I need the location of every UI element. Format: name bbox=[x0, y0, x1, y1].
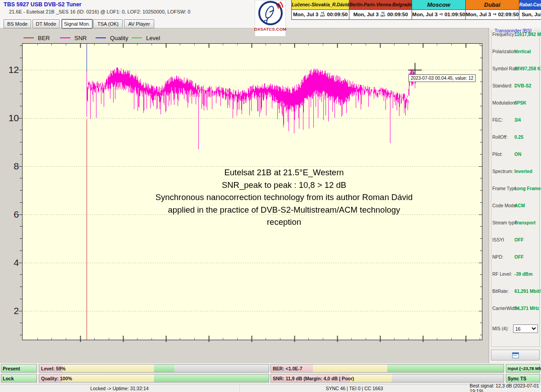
transponder-row-value: Vertical bbox=[514, 49, 540, 54]
legend-item-ber: BER bbox=[23, 35, 50, 41]
snr-gauge: SNR: 11,9 dB (Margin: 4,0 dB | Poor) bbox=[270, 374, 504, 383]
clock-city-header: Moscow bbox=[412, 0, 465, 10]
annotation-line: Eutelsat 21B at 21.5°E_Western bbox=[153, 166, 415, 179]
status-bar: Locked -> Uptime: 31:32:14 SYNC 46 | TEI… bbox=[0, 384, 541, 392]
transponder-row-value: 3/4 bbox=[514, 118, 540, 123]
clock-time: 00:09:50 bbox=[387, 12, 408, 17]
legend-color-line bbox=[23, 37, 34, 38]
transponder-row-label: Standard: bbox=[492, 83, 514, 88]
gauge-zone-green bbox=[154, 374, 269, 382]
annotation-line: SNR_peak to peak : 10,8 > 12 dB bbox=[153, 179, 415, 191]
annotation-line: Synchronous nanocorrection technology fr… bbox=[153, 191, 415, 204]
gauge-zone-green bbox=[387, 365, 504, 372]
clock-utc-offset: +3 bbox=[440, 13, 443, 16]
clock-time-row: Mon, Jul 3+301:09:50 bbox=[412, 10, 465, 19]
clock-utc-offset: +4 bbox=[493, 13, 496, 16]
chart-tooltip: 2023-07-03 00.04.45, value: 12 bbox=[408, 74, 476, 82]
tab-signal-mon[interactable]: Signal Mon. bbox=[62, 19, 92, 28]
world-clocks: Lučenec-Slovakia_R.DávidMon, Jul 3+1DST0… bbox=[291, 0, 541, 20]
transponder-row-label: CarrierWidth: bbox=[492, 306, 514, 311]
sync-ts-indicator: Sync TS bbox=[506, 374, 540, 383]
level-gauge: Level: 59% bbox=[39, 364, 269, 373]
clock-time: 00:09:50 bbox=[327, 12, 348, 17]
transponder-row-label: Symbol Rate: bbox=[492, 66, 514, 71]
offset-value: +4 bbox=[493, 13, 496, 16]
tab-bs-mode[interactable]: BS Mode bbox=[4, 19, 31, 28]
clock-city-header: Lučenec-Slovakia_R.Dávid bbox=[292, 0, 349, 10]
transponder-row-value: OFF bbox=[514, 255, 540, 260]
clock-utc-offset: +1DST bbox=[381, 12, 385, 17]
window-title: TBS 5927 USB DVB-S2 Tuner bbox=[4, 1, 82, 8]
quality-gauge: Quality: 100% bbox=[39, 374, 269, 383]
gauge-text: BER: <1.0E-7 bbox=[273, 366, 303, 371]
clock-time-row: Mon, Jul 3+1DST00:09:50 bbox=[292, 10, 349, 19]
tab-tsa-ok[interactable]: TSA (OK) bbox=[93, 19, 123, 28]
status-best-signal: Best signal: 12,3 dB (2023-07-01 19:19) bbox=[470, 384, 541, 392]
chart-annotation: Eutelsat 21B at 21.5°E_Western SNR_peak … bbox=[153, 166, 415, 228]
clock-time-row: Sun, Jul 2+123:09:50 bbox=[519, 10, 541, 19]
transponder-row-value: -39 dBm bbox=[514, 272, 540, 277]
clock-rabat-casablanca-london: Rabat-Casablanca-LondonSun, Jul 2+123:09… bbox=[519, 0, 541, 20]
clock-lu-enec-slovakia-r-d-vid: Lučenec-Slovakia_R.DávidMon, Jul 3+1DST0… bbox=[292, 0, 349, 20]
gauge-zone-yellow bbox=[62, 365, 154, 372]
clock-date: Mon, Jul 3 bbox=[466, 12, 491, 17]
annotation-line: applied in the practice of DVB-S2-Multis… bbox=[153, 204, 415, 228]
transponder-row-value: Inverted bbox=[514, 169, 540, 174]
clock-time: 02:09:50 bbox=[498, 12, 519, 17]
transponder-row-label: BitRate: bbox=[492, 289, 514, 294]
transponder-row-value: 11617,842 MHz bbox=[514, 32, 540, 37]
transponder-row-value: ON bbox=[514, 152, 540, 157]
clock-city-header: Dubai bbox=[466, 0, 519, 10]
transponder-row-label: RF Level: bbox=[492, 272, 514, 277]
mis-label: MIS (4): bbox=[492, 326, 514, 331]
transponder-row-label: Modulation: bbox=[492, 100, 514, 105]
legend-item-quality: Quality bbox=[96, 35, 128, 41]
transponder-row-label: NPD: bbox=[492, 255, 514, 260]
transponder-row-value: 61,291 Mbit/s bbox=[514, 289, 540, 294]
legend-color-line bbox=[132, 37, 142, 38]
window-icon bbox=[512, 352, 519, 358]
status-lock-uptime: Locked -> Uptime: 31:32:14 bbox=[0, 384, 239, 392]
legend-color-line bbox=[60, 37, 70, 38]
gauge-text: Level: 59% bbox=[41, 366, 65, 371]
clock-time: 01:09:50 bbox=[445, 12, 465, 17]
transponder-row-value: 34,371 MHz bbox=[514, 306, 540, 311]
legend-color-line bbox=[96, 37, 106, 38]
gauge-zone-yellow bbox=[350, 374, 392, 382]
tab-av-player[interactable]: AV Player bbox=[124, 19, 154, 28]
clock-city-header: Berlin-Paris-Vienna-Belgrade bbox=[349, 0, 412, 10]
offset-value: +3 bbox=[440, 13, 443, 16]
clock-date: Sun, Jul 2 bbox=[522, 12, 541, 17]
transponder-row-label: Spectrum: bbox=[492, 169, 514, 174]
clock-date: Mon, Jul 3 bbox=[353, 12, 379, 17]
transponder-row-label: Stream type: bbox=[492, 220, 514, 225]
mis-select[interactable]: 16 bbox=[513, 324, 538, 333]
clock-berlin-paris-vienna-belgrade: Berlin-Paris-Vienna-BelgradeMon, Jul 3+1… bbox=[349, 0, 412, 20]
window-subtitle: 21.6E - Eutelsat 21B _SES 16 (ID: 0216) … bbox=[9, 9, 190, 14]
transponder-row-value: 0.25 bbox=[514, 135, 540, 140]
transponder-row-label: Frame Type: bbox=[492, 186, 514, 191]
legend-item-level: Level bbox=[132, 35, 160, 41]
dxsatcs-logo: DXSATCS.COM bbox=[255, 0, 286, 36]
gauge-zone-yellow bbox=[62, 374, 154, 382]
transponder-row-label: RollOff: bbox=[492, 135, 514, 140]
status-sync-tei-cc: SYNC 46 | TEI 0 | CC 1663 bbox=[239, 384, 470, 392]
transponder-row-value: OFF bbox=[514, 237, 540, 242]
logo-text: DXSATCS.COM bbox=[254, 27, 287, 32]
transponder-row-label: Frequency: bbox=[492, 32, 514, 37]
tab-dt-mode[interactable]: DT Mode bbox=[32, 19, 60, 28]
transponder-row-label: FEC: bbox=[492, 118, 514, 123]
legend-item-snr: SNR bbox=[60, 35, 87, 41]
present-indicator: Present bbox=[1, 364, 37, 373]
transponder-row-value: 8PSK bbox=[514, 100, 540, 105]
transponder-row-label: Pilot: bbox=[492, 152, 514, 157]
transponder-row-value: ACM bbox=[514, 203, 540, 208]
clock-dubai: DubaiMon, Jul 3+402:09:50 bbox=[466, 0, 519, 20]
clock-time-row: Mon, Jul 3+1DST00:09:50 bbox=[349, 10, 412, 19]
gauge-zone-yellow bbox=[313, 365, 387, 372]
clock-utc-offset: +1DST bbox=[320, 12, 325, 17]
panel-button[interactable] bbox=[491, 350, 540, 360]
dst-flag: DST bbox=[381, 15, 385, 18]
ber-gauge: BER: <1.0E-7 bbox=[270, 364, 504, 373]
lock-indicator: Lock bbox=[1, 374, 37, 383]
